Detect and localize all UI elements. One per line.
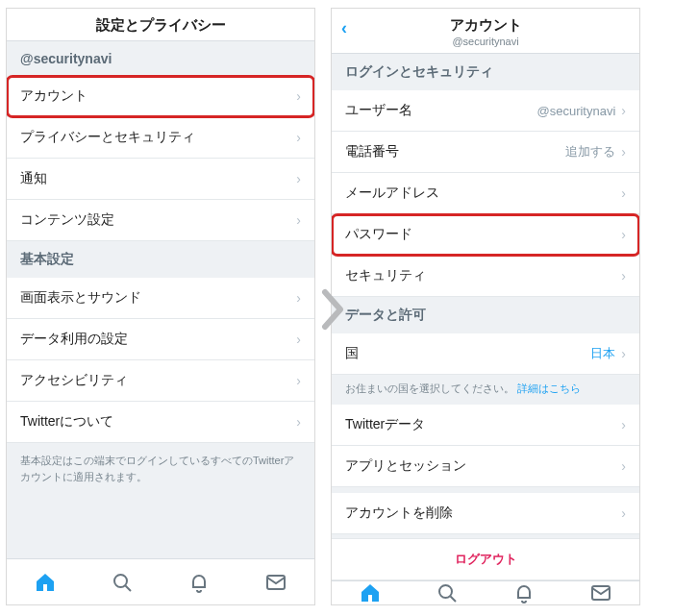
bell-icon[interactable] [187, 571, 211, 594]
basic-settings-head: 基本設定 [7, 241, 314, 278]
chevron-right-icon: › [296, 373, 301, 388]
row-account[interactable]: アカウント › [7, 76, 314, 117]
svg-point-3 [439, 585, 452, 598]
login-security-head: ログインとセキュリティ [332, 54, 639, 90]
row-value: 日本 [590, 345, 615, 362]
svg-point-0 [114, 575, 127, 587]
header: ‹ アカウント @securitynavi [332, 9, 639, 54]
tab-bar [7, 558, 314, 604]
row-label: データ利用の設定 [20, 331, 296, 348]
row-country[interactable]: 国 日本 › [332, 333, 639, 375]
chevron-right-icon: › [296, 130, 301, 145]
search-icon[interactable] [111, 571, 134, 594]
back-icon[interactable]: ‹ [341, 18, 347, 38]
arrow-right-icon [319, 288, 346, 334]
tab-bar [332, 580, 639, 604]
header: 設定とプライバシー [7, 9, 314, 41]
chevron-right-icon: › [621, 417, 626, 432]
row-label: メールアドレス [345, 185, 621, 202]
row-privacy[interactable]: プライバシーとセキュリティ › [7, 117, 314, 159]
row-label: コンテンツ設定 [20, 211, 296, 229]
row-value: @securitynavi [536, 104, 615, 118]
svg-line-4 [451, 597, 457, 603]
page-subtitle: @securitynavi [337, 36, 634, 47]
chevron-right-icon: › [621, 144, 626, 160]
search-icon[interactable] [436, 581, 459, 604]
chevron-right-icon: › [621, 458, 626, 474]
chevron-right-icon: › [621, 185, 626, 201]
chevron-right-icon: › [621, 227, 626, 242]
bell-icon[interactable] [512, 581, 536, 604]
country-note-link[interactable]: 詳細はこちら [517, 382, 581, 394]
filler [7, 496, 314, 558]
svg-line-1 [126, 585, 132, 591]
data-permissions-head: データと許可 [332, 297, 639, 333]
row-notifications[interactable]: 通知 › [7, 159, 314, 200]
row-display-sound[interactable]: 画面表示とサウンド › [7, 278, 314, 319]
row-accessibility[interactable]: アクセシビリティ › [7, 360, 314, 402]
row-value: 追加する [565, 143, 615, 160]
row-about-twitter[interactable]: Twitterについて › [7, 402, 314, 443]
row-label: アクセシビリティ [20, 372, 296, 389]
row-twitter-data[interactable]: Twitterデータ › [332, 405, 639, 446]
row-label: 国 [345, 345, 590, 362]
chevron-right-icon: › [296, 88, 301, 104]
chevron-right-icon: › [621, 346, 626, 361]
row-label: アプリとセッション [345, 457, 621, 475]
chevron-right-icon: › [621, 103, 626, 118]
row-label: アカウント [20, 87, 296, 105]
chevron-right-icon: › [296, 171, 301, 186]
row-label: 通知 [20, 170, 296, 187]
country-note: お住まいの国を選択してください。 詳細はこちら [332, 375, 639, 405]
row-label: 電話番号 [345, 143, 565, 160]
account-screen: ‹ アカウント @securitynavi ログインとセキュリティ ユーザー名 … [331, 8, 640, 605]
chevron-right-icon: › [296, 332, 301, 347]
row-phone[interactable]: 電話番号 追加する › [332, 132, 639, 173]
home-icon[interactable] [34, 571, 57, 594]
row-security[interactable]: セキュリティ › [332, 256, 639, 297]
page-title: 設定とプライバシー [12, 16, 309, 35]
row-label: セキュリティ [345, 267, 621, 284]
chevron-right-icon: › [621, 268, 626, 283]
row-label: Twitterについて [20, 413, 296, 431]
mail-icon[interactable] [264, 571, 287, 594]
page-title: アカウント [337, 16, 634, 35]
row-label: Twitterデータ [345, 416, 621, 433]
mail-icon[interactable] [589, 581, 612, 604]
chevron-right-icon: › [296, 414, 301, 430]
row-password[interactable]: パスワード › [332, 214, 639, 256]
row-username[interactable]: ユーザー名 @securitynavi › [332, 90, 639, 132]
row-label: 画面表示とサウンド [20, 289, 296, 307]
chevron-right-icon: › [621, 505, 626, 521]
row-label: ユーザー名 [345, 102, 536, 119]
logout-button[interactable]: ログアウト [332, 538, 639, 580]
row-apps-sessions[interactable]: アプリとセッション › [332, 446, 639, 487]
settings-screen: 設定とプライバシー @securitynavi アカウント › プライバシーとセ… [6, 8, 315, 605]
row-delete-account[interactable]: アカウントを削除 › [332, 493, 639, 534]
row-data-usage[interactable]: データ利用の設定 › [7, 319, 314, 360]
home-icon[interactable] [359, 581, 382, 604]
row-label: プライバシーとセキュリティ [20, 129, 296, 146]
chevron-right-icon: › [296, 290, 301, 306]
row-email[interactable]: メールアドレス › [332, 173, 639, 214]
basic-settings-footnote: 基本設定はこの端末でログインしているすべてのTwitterアカウントに適用されま… [7, 443, 314, 496]
user-section-head: @securitynavi [7, 41, 314, 76]
row-content-settings[interactable]: コンテンツ設定 › [7, 200, 314, 241]
row-label: アカウントを削除 [345, 505, 621, 522]
row-label: パスワード [345, 226, 621, 243]
country-note-text: お住まいの国を選択してください。 [345, 382, 514, 394]
chevron-right-icon: › [296, 212, 301, 228]
